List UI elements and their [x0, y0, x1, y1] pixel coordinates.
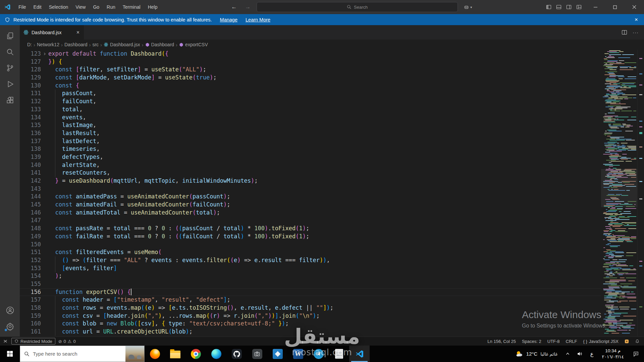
- menu-terminal[interactable]: Terminal: [119, 2, 144, 12]
- action-center-icon[interactable]: [628, 346, 644, 362]
- toggle-panel-icon[interactable]: [555, 3, 563, 11]
- taskbar-photos-icon[interactable]: [267, 346, 288, 362]
- search-highlight-image[interactable]: [125, 346, 144, 362]
- menu-file[interactable]: File: [15, 2, 30, 12]
- code-line-130[interactable]: 130 const {: [20, 82, 601, 90]
- minimap-slider[interactable]: [601, 169, 637, 207]
- code-line-127[interactable]: 127}) {: [20, 58, 601, 66]
- menu-view[interactable]: View: [72, 2, 89, 12]
- learn-more-link[interactable]: Learn More: [246, 17, 270, 22]
- menu-run[interactable]: Run: [103, 2, 119, 12]
- code-line-159[interactable]: 159 const csv = [header.join(","), ...ro…: [20, 312, 601, 320]
- code-line-128[interactable]: 128 const [filter, setFilter] = useState…: [20, 66, 601, 74]
- encoding-status[interactable]: UTF-8: [544, 337, 563, 346]
- taskbar-edge-icon[interactable]: [206, 346, 226, 362]
- code-line-147[interactable]: 147: [20, 217, 601, 225]
- breadcrumb-dashboard-folder[interactable]: Dashboard: [64, 42, 88, 47]
- breadcrumb-symbol-dashboard[interactable]: Dashboard: [145, 42, 174, 47]
- account-icon[interactable]: [0, 302, 20, 318]
- restricted-mode-status[interactable]: Restricted Mode: [11, 338, 55, 345]
- breadcrumb-file[interactable]: Dashboard.jsx: [104, 42, 140, 47]
- minimize-button[interactable]: [586, 0, 605, 14]
- explorer-icon[interactable]: [0, 28, 20, 44]
- breadcrumb-drive[interactable]: D:: [27, 42, 32, 47]
- search-sidebar-icon[interactable]: [0, 44, 20, 60]
- code-line-129[interactable]: 129 const [darkMode, setDarkMode] = useS…: [20, 74, 601, 82]
- start-button[interactable]: [0, 346, 20, 362]
- menu-edit[interactable]: Edit: [30, 2, 45, 12]
- code-line-135[interactable]: 135 lastImage,: [20, 121, 601, 129]
- code-line-141[interactable]: 141 resetCounters,: [20, 169, 601, 177]
- code-line-136[interactable]: 136 lastResult,: [20, 129, 601, 137]
- code-line-144[interactable]: 144 const animatedPass = useAnimatedCoun…: [20, 193, 601, 201]
- code-line-123[interactable]: 123›export default function Dashboard({: [20, 50, 601, 58]
- indentation-status[interactable]: Spaces: 2: [519, 337, 544, 346]
- taskbar-clock[interactable]: 10:34 م ٢٠١٦/٠٣/١٤: [598, 346, 628, 362]
- problems-status[interactable]: ⊘ 0 ⚠ 0: [55, 337, 79, 346]
- code-line-160[interactable]: 160 const blob = new Blob([csv], { type:…: [20, 320, 601, 328]
- language-mode-status[interactable]: { } JavaScript JSX: [580, 337, 622, 346]
- manage-link[interactable]: Manage: [220, 17, 237, 22]
- code-line-151[interactable]: 151 const filteredEvents = useMemo(: [20, 248, 601, 256]
- code-line-140[interactable]: 140 alertState,: [20, 161, 601, 169]
- menu-go[interactable]: Go: [89, 2, 103, 12]
- extensions-icon[interactable]: [0, 92, 20, 108]
- code-line-161[interactable]: 161 const url = URL.createObjectURL(blob…: [20, 328, 601, 336]
- menu-help[interactable]: Help: [144, 2, 161, 12]
- code-line-145[interactable]: 145 const animatedFail = useAnimatedCoun…: [20, 201, 601, 209]
- code-line-132[interactable]: 132 failCount,: [20, 98, 601, 106]
- taskbar-github-icon[interactable]: [226, 346, 247, 362]
- taskbar-chrome-icon[interactable]: [185, 346, 206, 362]
- taskbar-firefox-icon[interactable]: [145, 346, 165, 362]
- code-lines[interactable]: 123›export default function Dashboard({1…: [20, 50, 601, 337]
- volume-icon[interactable]: [574, 346, 586, 362]
- toggle-sidebar-icon[interactable]: [545, 3, 553, 11]
- code-line-138[interactable]: 138 timeseries,: [20, 145, 601, 153]
- source-control-icon[interactable]: [0, 60, 20, 76]
- copilot-button[interactable]: ▾: [462, 4, 474, 11]
- weather-widget[interactable]: 12°C غائم غالبا: [511, 346, 562, 362]
- taskbar-word-icon[interactable]: W: [288, 346, 308, 362]
- breadcrumb-network12[interactable]: Network12: [37, 42, 59, 47]
- code-line-154[interactable]: 154 );: [20, 272, 601, 280]
- minimap[interactable]: [601, 50, 637, 337]
- customize-layout-icon[interactable]: [575, 3, 583, 11]
- forward-arrow-icon[interactable]: →: [243, 3, 253, 11]
- split-editor-icon[interactable]: [622, 29, 627, 35]
- code-line-157[interactable]: 157 const header = ["timestamp", "result…: [20, 296, 601, 304]
- code-line-155[interactable]: 155: [20, 280, 601, 288]
- menu-selection[interactable]: Selection: [45, 2, 72, 12]
- code-line-139[interactable]: 139 defectTypes,: [20, 153, 601, 161]
- code-line-156[interactable]: 156 function exportCSV() {: [20, 288, 601, 296]
- code-line-153[interactable]: 153 [events, filter]: [20, 264, 601, 273]
- cursor-position-status[interactable]: Ln 156, Col 25: [484, 337, 519, 346]
- code-line-131[interactable]: 131 passCount,: [20, 89, 601, 98]
- fold-indicator-icon[interactable]: ›: [41, 50, 48, 58]
- search-box[interactable]: Search: [257, 2, 458, 12]
- code-line-143[interactable]: 143: [20, 185, 601, 193]
- remote-indicator[interactable]: [0, 337, 11, 346]
- extension-status-icon[interactable]: [622, 337, 632, 346]
- run-debug-icon[interactable]: [0, 76, 20, 92]
- taskbar-notepad-icon[interactable]: [329, 346, 349, 362]
- notifications-bell-icon[interactable]: [632, 337, 644, 346]
- code-line-146[interactable]: 146 const animatedTotal = useAnimatedCou…: [20, 209, 601, 217]
- code-line-152[interactable]: 152 () => (filter === "ALL" ? events : e…: [20, 256, 601, 264]
- code-line-149[interactable]: 149 const failRate = total === 0 ? 0 : (…: [20, 233, 601, 241]
- taskbar-file-explorer-icon[interactable]: [165, 346, 185, 362]
- breadcrumb-symbol-exportcsv[interactable]: exportCSV: [179, 42, 208, 47]
- code-line-142[interactable]: 142 } = useDashboard(mqttUrl, mqttTopic,…: [20, 177, 601, 185]
- more-actions-icon[interactable]: ···: [633, 29, 639, 35]
- taskbar-vscode-icon[interactable]: [349, 346, 370, 362]
- code-line-158[interactable]: 158 const rows = events.map((e) => [e.ts…: [20, 304, 601, 312]
- code-line-134[interactable]: 134 events,: [20, 114, 601, 122]
- back-arrow-icon[interactable]: ←: [229, 3, 239, 11]
- breadcrumb-src[interactable]: src: [92, 42, 99, 47]
- code-line-133[interactable]: 133 total,: [20, 106, 601, 114]
- maximize-button[interactable]: [605, 0, 625, 14]
- taskbar-search[interactable]: Type here to search: [20, 346, 145, 362]
- banner-close-icon[interactable]: ×: [633, 16, 639, 23]
- tab-close-icon[interactable]: ×: [75, 29, 80, 36]
- hidden-icons-chevron-icon[interactable]: [561, 346, 574, 362]
- taskbar-camera-icon[interactable]: [247, 346, 267, 362]
